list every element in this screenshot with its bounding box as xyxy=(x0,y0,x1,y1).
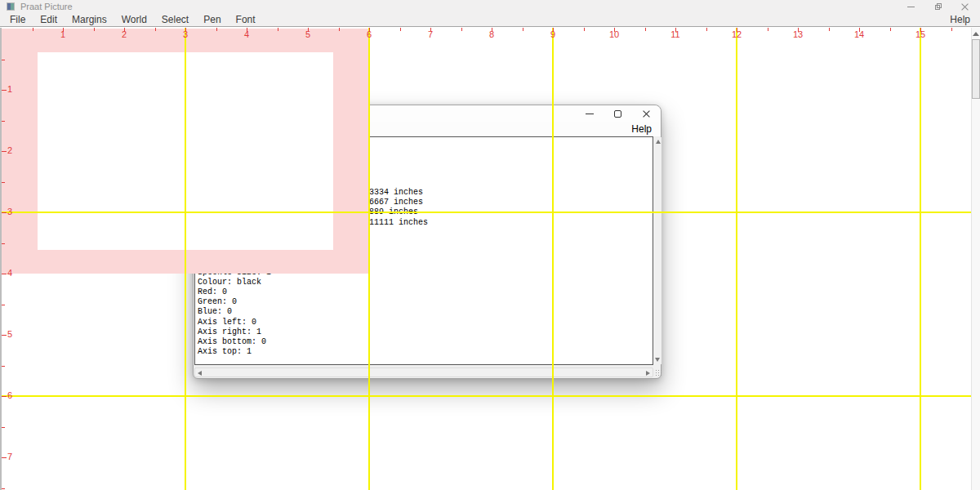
restore-button[interactable] xyxy=(924,0,951,13)
canvas-vertical-scrollbar[interactable] xyxy=(971,28,980,490)
ruler-tick-top xyxy=(33,28,33,31)
ruler-tick-top xyxy=(645,28,646,31)
ruler-tick-top xyxy=(339,28,340,31)
ruler-number-top: 5 xyxy=(305,29,310,39)
gridline-vertical xyxy=(736,28,737,490)
main-titlebar[interactable]: Praat Picture xyxy=(0,0,980,13)
close-icon xyxy=(643,110,650,118)
ruler-number-left: 5 xyxy=(7,329,12,339)
ruler-tick-top xyxy=(523,28,523,31)
ruler-tick-left xyxy=(2,121,5,122)
ruler-tick-left xyxy=(2,427,5,428)
minimize-icon xyxy=(586,114,594,114)
ruler-tick-left xyxy=(2,335,7,336)
ruler-number-left: 7 xyxy=(7,452,12,461)
ruler-number-top: 11 xyxy=(670,29,679,39)
ruler-number-top: 3 xyxy=(183,29,188,39)
main-window-title: Praat Picture xyxy=(20,2,73,11)
gridline-horizontal xyxy=(2,395,971,397)
ruler-number-top: 8 xyxy=(489,29,494,39)
ruler-tick-left xyxy=(2,151,7,152)
ruler-tick-top xyxy=(706,28,707,31)
resize-grip-icon[interactable] xyxy=(654,368,662,377)
ruler-tick-left xyxy=(2,243,5,244)
ruler-tick-top xyxy=(461,28,462,31)
menu-item-select[interactable]: Select xyxy=(154,13,196,27)
maximize-icon xyxy=(614,110,621,118)
ruler-number-left: 6 xyxy=(7,390,12,400)
ruler-number-top: 6 xyxy=(367,29,372,39)
ruler-tick-left xyxy=(2,396,7,397)
ruler-number-top: 1 xyxy=(60,29,65,39)
ruler-tick-top xyxy=(278,28,278,31)
ruler-tick-top xyxy=(829,28,830,31)
gridline-horizontal xyxy=(2,212,971,213)
menu-item-edit[interactable]: Edit xyxy=(33,13,65,27)
ruler-tick-top xyxy=(155,28,156,31)
ruler-tick-top xyxy=(584,28,585,31)
ruler-tick-top xyxy=(951,28,952,31)
ruler-tick-top xyxy=(768,28,768,31)
ruler-tick-left xyxy=(2,488,5,489)
ruler-number-top: 12 xyxy=(732,29,742,39)
ruler-tick-left xyxy=(2,366,5,367)
ruler-tick-left xyxy=(2,457,7,458)
ruler-tick-left xyxy=(2,274,7,274)
menu-item-margins[interactable]: Margins xyxy=(65,13,114,27)
ruler-tick-left xyxy=(2,212,7,213)
ruler-number-top: 10 xyxy=(609,29,619,39)
menu-item-help[interactable]: Help xyxy=(942,13,978,27)
ruler-number-left: 2 xyxy=(7,145,12,155)
ruler-number-top: 2 xyxy=(122,29,127,39)
ruler-number-left: 4 xyxy=(7,268,12,278)
ruler-number-top: 4 xyxy=(244,29,249,39)
ruler-tick-left xyxy=(2,90,7,91)
ruler-number-top: 15 xyxy=(915,29,925,39)
gridline-vertical xyxy=(368,28,370,490)
close-icon xyxy=(961,3,969,11)
info-maximize-button[interactable] xyxy=(604,105,632,122)
ruler-tick-left xyxy=(2,60,5,60)
scroll-down-icon[interactable] xyxy=(655,358,660,362)
ruler-tick-left xyxy=(2,182,5,183)
ruler-tick-top xyxy=(400,28,401,31)
ruler-number-left: 3 xyxy=(7,207,12,216)
gridline-vertical xyxy=(920,28,921,490)
main-menubar: FileEditMarginsWorldSelectPenFontHelp xyxy=(0,13,980,27)
scroll-up-icon[interactable] xyxy=(973,32,979,36)
info-vertical-scrollbar[interactable] xyxy=(654,137,662,364)
menu-item-font[interactable]: Font xyxy=(229,13,263,27)
praat-picture-window: Praat Picture FileEditMarginsWorldSelect… xyxy=(0,0,980,490)
ruler-number-left: 1 xyxy=(7,84,12,94)
menu-item-world[interactable]: World xyxy=(114,13,154,27)
scroll-up-icon[interactable] xyxy=(656,140,661,144)
ruler-tick-top xyxy=(216,28,217,31)
ruler-number-top: 14 xyxy=(854,29,864,39)
gridline-vertical xyxy=(552,28,554,490)
ruler-tick-top xyxy=(890,28,891,31)
ruler-tick-top xyxy=(94,28,95,31)
scroll-right-icon[interactable] xyxy=(646,371,650,376)
info-minimize-button[interactable] xyxy=(575,105,604,122)
ruler-number-top: 9 xyxy=(550,29,555,39)
ruler-number-top: 13 xyxy=(793,29,803,39)
praat-app-icon xyxy=(7,2,15,11)
minimize-button[interactable] xyxy=(898,0,924,13)
close-button[interactable] xyxy=(951,0,978,13)
ruler-number-top: 7 xyxy=(428,29,433,39)
menu-item-pen[interactable]: Pen xyxy=(196,13,228,27)
restore-icon xyxy=(935,3,942,10)
main-window-controls xyxy=(898,0,978,13)
scrollbar-thumb[interactable] xyxy=(972,39,980,99)
gridline-vertical xyxy=(185,28,186,490)
minimize-icon xyxy=(907,7,915,7)
menu-item-file[interactable]: File xyxy=(2,13,33,27)
info-menu-item-help[interactable]: Help xyxy=(626,122,657,136)
info-close-button[interactable] xyxy=(632,105,661,122)
info-window-controls xyxy=(575,105,661,122)
scroll-left-icon[interactable] xyxy=(198,371,202,376)
info-horizontal-scrollbar[interactable] xyxy=(194,368,653,377)
ruler-tick-left xyxy=(2,305,5,305)
